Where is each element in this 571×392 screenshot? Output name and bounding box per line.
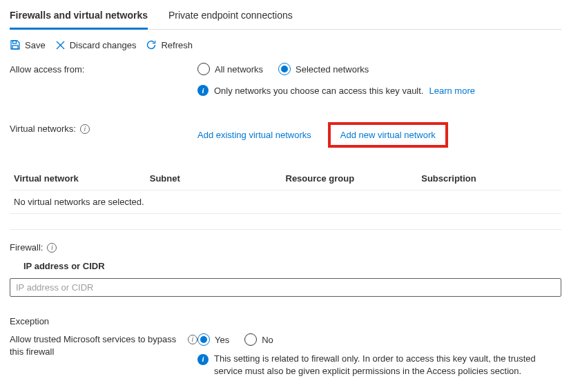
- highlight-box: Add new virtual network: [328, 122, 448, 148]
- add-existing-vnet-link[interactable]: Add existing virtual networks: [197, 130, 311, 140]
- radio-selected-label: Selected networks: [296, 64, 369, 75]
- empty-message: No virtual networks are selected.: [14, 197, 144, 207]
- info-icon[interactable]: i: [47, 243, 57, 253]
- save-button[interactable]: Save: [10, 39, 46, 50]
- tab-private-endpoints[interactable]: Private endpoint connections: [168, 4, 293, 29]
- col-subscription: Subscription: [421, 173, 557, 184]
- svg-rect-1: [12, 46, 18, 49]
- radio-no-label: No: [262, 335, 273, 345]
- save-icon: [10, 39, 21, 50]
- refresh-icon: [146, 39, 157, 50]
- add-new-vnet-link[interactable]: Add new virtual network: [340, 130, 436, 140]
- col-vnet: Virtual network: [14, 173, 150, 184]
- refresh-label: Refresh: [161, 40, 193, 50]
- access-info-text: Only networks you choose can access this…: [214, 86, 423, 96]
- radio-exception-no[interactable]: No: [244, 333, 273, 346]
- radio-all-networks[interactable]: All networks: [197, 63, 263, 75]
- radio-selected-networks[interactable]: Selected networks: [278, 63, 369, 75]
- radio-exception-yes[interactable]: Yes: [197, 333, 229, 346]
- ip-cidr-input[interactable]: [10, 278, 561, 297]
- close-icon: [55, 40, 66, 50]
- learn-more-link[interactable]: Learn more: [429, 86, 474, 96]
- radio-all-label: All networks: [215, 64, 263, 75]
- info-icon: i: [197, 354, 209, 365]
- save-label: Save: [25, 40, 46, 50]
- exception-label: Allow trusted Microsoft services to bypa…: [10, 333, 184, 358]
- vnets-label: Virtual networks:: [10, 124, 76, 134]
- access-label: Allow access from:: [10, 63, 197, 75]
- col-subnet: Subnet: [150, 173, 286, 184]
- firewall-label: Firewall:: [10, 242, 43, 253]
- firewall-column-header: IP address or CIDR: [10, 253, 561, 278]
- table-row: No virtual networks are selected.: [10, 190, 561, 214]
- discard-button[interactable]: Discard changes: [55, 39, 137, 50]
- discard-label: Discard changes: [70, 40, 137, 50]
- svg-rect-0: [13, 41, 17, 43]
- col-rg: Resource group: [286, 173, 422, 184]
- refresh-button[interactable]: Refresh: [146, 39, 193, 50]
- radio-yes-label: Yes: [215, 335, 229, 345]
- exception-info-text: This setting is related to firewall only…: [214, 353, 561, 378]
- info-icon: i: [197, 85, 209, 96]
- info-icon[interactable]: i: [80, 124, 90, 134]
- info-icon[interactable]: i: [188, 335, 197, 344]
- tab-firewalls[interactable]: Firewalls and virtual networks: [10, 4, 148, 30]
- exception-title: Exception: [10, 316, 561, 326]
